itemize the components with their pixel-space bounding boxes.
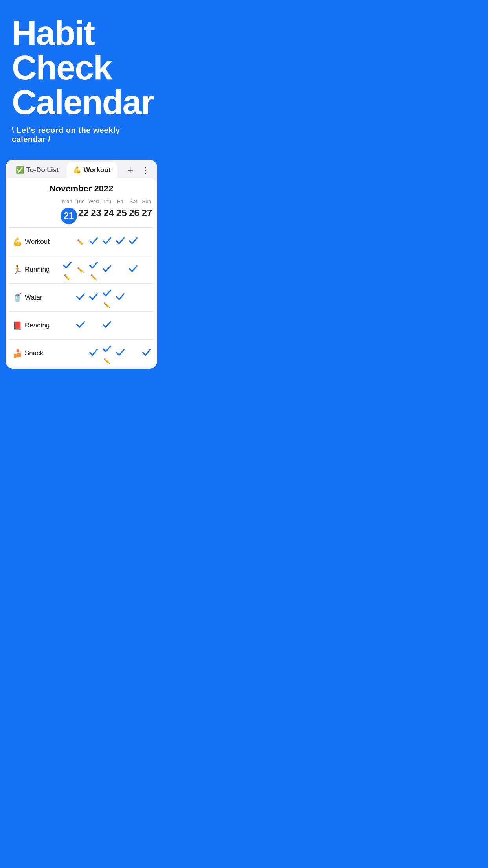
day-numbers-row: 21 22 23 24 25 26 27 (9, 208, 153, 228)
checkmark-running-day5 (128, 263, 139, 277)
habit-cell-workout-day5[interactable] (127, 228, 140, 256)
habit-name-snack: Snack (25, 349, 43, 357)
checkmark-workout-day4 (115, 235, 126, 249)
edit-icon-running-day0[interactable]: ✏️ (64, 274, 70, 280)
habit-emoji-workout: 💪 (13, 237, 22, 246)
checkmark-snack-day2 (88, 347, 99, 360)
checkmark-workout-day5 (128, 235, 139, 249)
more-options-button[interactable]: ⋮ (138, 164, 153, 177)
app-title: HabitCheckCalendar (12, 16, 151, 120)
habit-cell-running-day6[interactable] (140, 256, 153, 283)
habit-row-snack: 🍰Snack ✏️ (9, 339, 153, 367)
hero-section: HabitCheckCalendar \ Let's record on the… (0, 0, 163, 152)
checkmark-snack-day3 (101, 343, 112, 357)
checkmark-snack-day6 (141, 347, 152, 360)
habit-cell-reading-day5[interactable] (127, 312, 140, 339)
day-num-27[interactable]: 27 (141, 208, 153, 224)
tab-todo[interactable]: ✅ To-Do List (9, 162, 65, 178)
habit-cell-running-day0[interactable]: ✏️ (61, 256, 74, 283)
habit-emoji-snack: 🍰 (13, 349, 22, 358)
calendar-container: November 2022 Mon Tue Wed Thu Fri Sat Su… (7, 178, 156, 367)
habit-cell-running-day1[interactable]: ✏️ (74, 256, 87, 283)
habit-label-watar: 🥤Watar (9, 290, 61, 305)
habit-cell-workout-day3[interactable] (100, 228, 114, 256)
day-num-25[interactable]: 25 (115, 208, 128, 224)
habit-row-workout: 💪Workout✏️ (9, 228, 153, 256)
habit-cell-workout-day4[interactable] (114, 228, 127, 256)
habit-name-running: Running (25, 266, 50, 274)
habit-cell-snack-day0[interactable] (61, 340, 74, 367)
edit-icon-running-day1[interactable]: ✏️ (77, 267, 84, 273)
habit-cell-watar-day6[interactable] (140, 284, 153, 311)
habit-cell-snack-day4[interactable] (114, 340, 127, 367)
habit-cell-running-day5[interactable] (127, 256, 140, 283)
habit-cell-workout-day6[interactable] (140, 228, 153, 256)
checkmark-watar-day3 (101, 287, 112, 301)
habit-cell-reading-day3[interactable] (100, 312, 114, 339)
day-num-22[interactable]: 22 (77, 208, 90, 224)
habit-cell-snack-day1[interactable] (74, 340, 87, 367)
habit-cell-watar-day3[interactable]: ✏️ (100, 284, 114, 311)
workout-emoji: 💪 (73, 166, 81, 174)
habit-cell-workout-day1[interactable]: ✏️ (74, 228, 87, 256)
day-num-26[interactable]: 26 (128, 208, 140, 224)
habit-cell-watar-day1[interactable] (74, 284, 87, 311)
checkmark-watar-day2 (88, 291, 99, 305)
main-card: ✅ To-Do List 💪 Workout + ⋮ November 2022… (6, 160, 157, 369)
habit-cell-reading-day6[interactable] (140, 312, 153, 339)
habit-label-reading: 📕Reading (9, 318, 61, 333)
habit-cell-snack-day3[interactable]: ✏️ (100, 340, 114, 367)
habit-name-workout: Workout (25, 238, 50, 246)
tab-workout-label: Workout (84, 166, 111, 174)
habit-cell-reading-day4[interactable] (114, 312, 127, 339)
edit-icon-snack-day3[interactable]: ✏️ (103, 358, 110, 364)
habit-row-running: 🏃Running ✏️✏️ ✏️ (9, 256, 153, 283)
day-header-empty (9, 199, 61, 204)
day-header-wed: Wed (87, 199, 100, 204)
tab-todo-label: To-Do List (26, 166, 59, 174)
habit-cell-workout-day0[interactable] (61, 228, 74, 256)
habit-cell-running-day2[interactable]: ✏️ (87, 256, 100, 283)
habit-emoji-running: 🏃 (13, 265, 22, 274)
tabs-row: ✅ To-Do List 💪 Workout + ⋮ (6, 160, 157, 178)
habit-cell-snack-day5[interactable] (127, 340, 140, 367)
habit-emoji-watar: 🥤 (13, 293, 22, 302)
edit-icon-workout-day1[interactable]: ✏️ (77, 239, 84, 245)
checkmark-snack-day4 (115, 347, 126, 360)
day-header-sat: Sat (127, 199, 140, 204)
day-headers-row: Mon Tue Wed Thu Fri Sat Sun (9, 199, 153, 208)
today-circle: 21 (61, 208, 77, 224)
day-header-fri: Fri (114, 199, 127, 204)
day-num-empty (9, 208, 61, 224)
day-header-tue: Tue (74, 199, 87, 204)
checkmark-reading-day3 (101, 319, 112, 333)
habit-cell-watar-day4[interactable] (114, 284, 127, 311)
habit-cell-running-day3[interactable] (100, 256, 114, 283)
habit-cell-watar-day2[interactable] (87, 284, 100, 311)
habit-row-watar: 🥤Watar ✏️ (9, 283, 153, 311)
habit-cell-snack-day2[interactable] (87, 340, 100, 367)
checkmark-reading-day1 (75, 319, 86, 333)
habit-cell-reading-day0[interactable] (61, 312, 74, 339)
habit-name-reading: Reading (25, 322, 50, 329)
day-header-thu: Thu (100, 199, 114, 204)
add-tab-button[interactable]: + (124, 162, 136, 178)
habit-cell-snack-day6[interactable] (140, 340, 153, 367)
habit-cell-watar-day5[interactable] (127, 284, 140, 311)
habit-cell-running-day4[interactable] (114, 256, 127, 283)
edit-icon-running-day2[interactable]: ✏️ (90, 274, 97, 280)
day-num-21[interactable]: 21 (61, 208, 77, 224)
day-num-24[interactable]: 24 (103, 208, 115, 224)
edit-icon-watar-day3[interactable]: ✏️ (103, 302, 110, 308)
habit-cell-workout-day2[interactable] (87, 228, 100, 256)
habit-cell-reading-day1[interactable] (74, 312, 87, 339)
habit-name-watar: Watar (25, 294, 42, 302)
checkmark-running-day0 (62, 259, 73, 273)
month-title: November 2022 (9, 184, 153, 194)
day-num-23[interactable]: 23 (90, 208, 102, 224)
tab-workout[interactable]: 💪 Workout (67, 162, 117, 178)
habit-label-snack: 🍰Snack (9, 346, 61, 361)
habit-cell-reading-day2[interactable] (87, 312, 100, 339)
habit-cell-watar-day0[interactable] (61, 284, 74, 311)
checkmark-workout-day2 (88, 235, 99, 249)
